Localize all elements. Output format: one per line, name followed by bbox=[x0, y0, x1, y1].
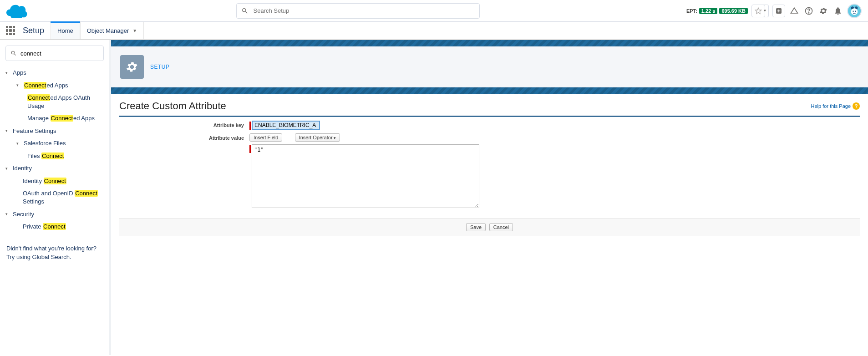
form-button-row: Save Cancel bbox=[119, 218, 860, 236]
help-icon[interactable] bbox=[803, 5, 814, 16]
help-icon: ? bbox=[853, 102, 860, 110]
global-search[interactable] bbox=[236, 3, 480, 19]
tab-object-manager[interactable]: Object Manager▼ bbox=[80, 22, 144, 39]
svg-point-3 bbox=[808, 12, 809, 13]
attribute-key-input[interactable] bbox=[252, 121, 320, 130]
global-header: EPT: 1.22 s 695.69 KB ▼ bbox=[0, 0, 868, 22]
tree-node-files-connect[interactable]: Files Connect bbox=[3, 150, 107, 163]
attribute-form: Attribute key Attribute value Insert Fie… bbox=[119, 119, 860, 210]
page-header: SETUP bbox=[111, 46, 868, 87]
svg-marker-0 bbox=[755, 8, 761, 14]
tree-node-feature-settings[interactable]: ▾Feature Settings bbox=[3, 125, 107, 137]
required-indicator bbox=[249, 145, 251, 153]
global-add-button[interactable] bbox=[772, 5, 785, 17]
page-title: Create Custom Attribute bbox=[119, 100, 226, 112]
salesforce-logo[interactable] bbox=[6, 2, 30, 20]
tree-node-connected-apps-oauth-usage[interactable]: Connected Apps OAuth Usage bbox=[3, 92, 107, 112]
tree-node-oauth-openid-connect[interactable]: OAuth and OpenID Connect Settings bbox=[3, 187, 107, 208]
tree-node-apps[interactable]: ▾Apps bbox=[3, 66, 107, 79]
required-indicator bbox=[249, 122, 251, 130]
tree-node-connected-apps[interactable]: ▾Connected Apps bbox=[3, 79, 107, 92]
help-for-page-link[interactable]: Help for this Page ? bbox=[811, 102, 860, 110]
ept-time-badge: 1.22 s bbox=[699, 8, 718, 14]
chevron-down-icon: ▾ bbox=[5, 128, 12, 133]
page-header-label: SETUP bbox=[150, 64, 170, 70]
tree-node-salesforce-files[interactable]: ▾Salesforce Files bbox=[3, 137, 107, 150]
decorative-strip bbox=[111, 87, 868, 94]
setup-gear-icon[interactable] bbox=[818, 5, 829, 16]
ept-indicator: EPT: 1.22 s 695.69 KB bbox=[686, 8, 748, 14]
quick-find-input[interactable] bbox=[20, 50, 99, 57]
quick-find[interactable] bbox=[5, 46, 104, 61]
svg-point-9 bbox=[855, 10, 856, 11]
salesforce-help-icon[interactable] bbox=[789, 5, 800, 16]
setup-tree-sidebar: ▾Apps ▾Connected Apps Connected Apps OAu… bbox=[0, 40, 109, 355]
global-search-input[interactable] bbox=[253, 7, 475, 14]
chevron-down-icon: ▼ bbox=[132, 28, 137, 33]
insert-operator-button[interactable]: Insert Operator bbox=[295, 133, 340, 142]
chevron-down-icon: ▾ bbox=[5, 70, 12, 76]
sidebar-footer: Didn't find what you're looking for? Try… bbox=[6, 244, 103, 262]
setup-gear-tile-icon bbox=[120, 55, 144, 79]
app-launcher-button[interactable] bbox=[0, 22, 21, 39]
attribute-value-textarea[interactable] bbox=[252, 144, 479, 208]
user-avatar[interactable] bbox=[847, 4, 862, 18]
tree-node-identity[interactable]: ▾Identity bbox=[3, 162, 107, 175]
search-icon bbox=[241, 7, 249, 15]
tree-node-private-connect[interactable]: Private Connect bbox=[3, 220, 107, 233]
label-attribute-key: Attribute key bbox=[119, 119, 247, 132]
svg-point-8 bbox=[853, 10, 853, 11]
label-attribute-value: Attribute value bbox=[119, 132, 247, 210]
notifications-icon[interactable] bbox=[832, 5, 843, 16]
main-content: SETUP Create Custom Attribute Help for t… bbox=[109, 40, 868, 355]
tree-node-security[interactable]: ▾Security bbox=[3, 208, 107, 221]
ept-size-badge: 695.69 KB bbox=[719, 8, 748, 14]
chevron-down-icon: ▾ bbox=[16, 82, 23, 88]
app-name: Setup bbox=[21, 22, 51, 39]
insert-field-button[interactable]: Insert Field bbox=[249, 133, 282, 142]
chevron-down-icon: ▾ bbox=[5, 211, 12, 217]
decorative-strip bbox=[111, 40, 868, 46]
tree-node-identity-connect[interactable]: Identity Connect bbox=[3, 175, 107, 188]
tab-home[interactable]: Home bbox=[51, 22, 80, 39]
chevron-down-icon: ▾ bbox=[5, 166, 12, 171]
chevron-down-icon: ▾ bbox=[16, 141, 23, 146]
tree-node-manage-connected-apps[interactable]: Manage Connected Apps bbox=[3, 112, 107, 125]
cancel-button[interactable]: Cancel bbox=[489, 223, 513, 231]
context-bar: Setup Home Object Manager▼ bbox=[0, 22, 868, 40]
favorite-dropdown[interactable]: ▼ bbox=[761, 5, 769, 17]
save-button[interactable]: Save bbox=[466, 223, 486, 231]
svg-point-7 bbox=[851, 8, 858, 15]
search-icon bbox=[10, 50, 17, 56]
